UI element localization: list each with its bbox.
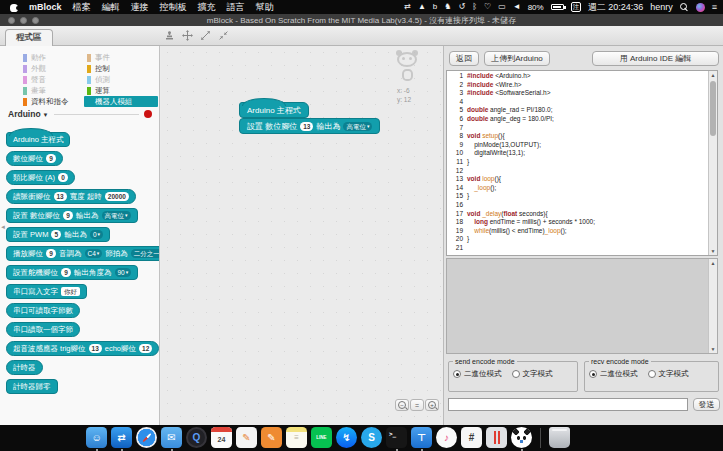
finder-icon[interactable]: ☺ — [86, 427, 107, 448]
calendar-icon[interactable]: 24 — [211, 427, 232, 448]
messenger-icon[interactable]: ↯ — [336, 427, 357, 448]
category-7[interactable]: 運算 — [84, 85, 158, 96]
terminal-icon[interactable]: >_ — [386, 427, 407, 448]
display-airplay-icon[interactable]: ▭ — [498, 2, 506, 12]
block-number-input[interactable]: 9 — [46, 154, 56, 163]
block-dropdown[interactable]: 90 — [115, 268, 132, 277]
block[interactable]: Arduino 主程式 — [239, 102, 309, 118]
radio-selected-icon[interactable] — [453, 370, 461, 378]
block[interactable]: Arduino 主程式 — [6, 132, 70, 147]
line-icon[interactable]: LINE — [311, 427, 332, 448]
recv-text-option[interactable]: 文字模式 — [648, 369, 689, 379]
block-dropdown[interactable]: 高電位 — [343, 122, 372, 131]
teamviewer-icon[interactable]: ⇄ — [111, 427, 132, 448]
heart-icon[interactable]: ♡ — [484, 2, 491, 12]
block[interactable]: 計時器 — [6, 360, 43, 375]
radio-icon[interactable] — [648, 370, 656, 378]
category-3[interactable]: 控制 — [84, 63, 158, 74]
battery-icon[interactable] — [551, 4, 564, 10]
send-binary-option[interactable]: 二進位模式 — [453, 369, 502, 379]
block-dropdown[interactable]: 高電位 — [102, 211, 131, 220]
radio-icon[interactable] — [512, 370, 520, 378]
block-text-input[interactable]: 你好 — [61, 287, 80, 296]
edit-with-ide-button[interactable]: 用 Arduino IDE 編輯 — [592, 51, 719, 66]
grow-icon[interactable] — [199, 29, 212, 42]
menu-item-5[interactable]: 語言 — [227, 1, 245, 14]
block[interactable]: 串口可讀取字節數 — [6, 303, 80, 318]
zoom-in-button[interactable]: + — [425, 399, 439, 411]
mail-icon[interactable]: ✉ — [161, 427, 182, 448]
quicktime-icon[interactable]: Q — [186, 427, 207, 448]
block-number-input[interactable]: 0 — [58, 173, 68, 182]
user-menu[interactable]: henry — [650, 2, 673, 12]
block-number-input[interactable]: 9 — [61, 268, 71, 277]
menu-item-3[interactable]: 控制板 — [160, 1, 187, 14]
menu-item-4[interactable]: 擴充 — [198, 1, 216, 14]
recv-binary-option[interactable]: 二進位模式 — [589, 369, 638, 379]
serial-message-input[interactable] — [448, 398, 688, 411]
block-dropdown[interactable]: 0 — [90, 230, 103, 239]
board-dropdown[interactable]: Arduino▼ — [8, 109, 49, 119]
spotlight-search-icon[interactable] — [680, 3, 689, 12]
move-cursor-icon[interactable] — [181, 29, 194, 42]
mblock-icon[interactable] — [511, 427, 532, 448]
block-number-input[interactable]: 12 — [139, 344, 152, 353]
triangle-drive-icon[interactable]: ▲ — [418, 2, 426, 12]
menu-item-1[interactable]: 編輯 — [102, 1, 120, 14]
block[interactable]: 串口寫入文字你好 — [6, 284, 87, 299]
block[interactable]: 計時器歸零 — [6, 379, 58, 394]
animal-status-icon[interactable]: ♞ — [444, 2, 451, 12]
block[interactable]: 超音波感應器 trig腳位13echo腳位12 — [6, 341, 159, 356]
block-number-input[interactable]: 13 — [89, 344, 102, 353]
block[interactable]: 數位腳位9 — [6, 151, 63, 166]
notes-icon[interactable]: ≡ — [286, 427, 307, 448]
block[interactable]: 設置舵機腳位9輸出角度為90 — [6, 265, 138, 280]
scrollbar-thumb[interactable] — [710, 81, 716, 136]
send-button[interactable]: 發送 — [693, 398, 720, 411]
input-method-badge[interactable]: 注 — [571, 2, 581, 12]
category-8[interactable]: 資料和指令 — [20, 96, 84, 107]
menu-clock[interactable]: 週二 20:24:36 — [588, 1, 644, 14]
itunes-icon[interactable]: ♪ — [436, 427, 457, 448]
block[interactable]: 設置 數位腳位9輸出為高電位 — [6, 208, 138, 223]
block[interactable]: 類比腳位 (A)0 — [6, 170, 75, 185]
safari-icon[interactable] — [136, 427, 157, 448]
shrink-icon[interactable] — [217, 29, 230, 42]
scroll-down-arrow[interactable]: ▼ — [709, 345, 717, 353]
tab-scripts[interactable]: 程式區 — [5, 29, 53, 46]
notification-center-icon[interactable]: ≡ — [712, 2, 717, 12]
menu-item-0[interactable]: 檔案 — [73, 1, 91, 14]
block-dropdown[interactable]: 二分之一 — [131, 249, 160, 258]
block[interactable]: 串口讀取一個字節 — [6, 322, 80, 337]
siri-icon[interactable] — [696, 3, 705, 12]
palette-collapse-arrow[interactable]: ◄ — [0, 224, 6, 230]
zoom-reset-button[interactable]: = — [410, 399, 424, 411]
block-number-input[interactable]: 13 — [300, 122, 313, 131]
block[interactable]: 設置 PWM5輸出為0 — [6, 227, 110, 242]
send-text-option[interactable]: 文字模式 — [512, 369, 553, 379]
scroll-up-arrow[interactable]: ▲ — [709, 71, 717, 79]
scroll-up-arrow[interactable]: ▲ — [709, 259, 717, 267]
teamviewer-status-icon[interactable]: ⇄ — [404, 2, 411, 12]
radio-selected-icon[interactable] — [589, 370, 597, 378]
hash-app-icon[interactable]: # — [461, 427, 482, 448]
app-menu-title[interactable]: mBlock — [29, 2, 62, 12]
textedit-icon[interactable]: ✎ — [261, 427, 282, 448]
upload-arduino-button[interactable]: 上傳到Arduino — [484, 51, 550, 66]
duplicate-stamp-icon[interactable] — [163, 29, 176, 42]
trash-icon[interactable] — [549, 427, 570, 448]
monitor-app-icon[interactable] — [486, 427, 507, 448]
zoom-out-button[interactable]: − — [395, 399, 409, 411]
scroll-down-arrow[interactable]: ▼ — [709, 247, 717, 255]
back-button[interactable]: 返回 — [449, 51, 479, 66]
menu-item-2[interactable]: 連接 — [131, 1, 149, 14]
block-number-input[interactable]: 5 — [51, 230, 61, 239]
keynote-icon[interactable]: ⊤ — [411, 427, 432, 448]
block[interactable]: 讀脈衝腳位13寬度 超時20000 — [6, 189, 136, 204]
block-number-input[interactable]: 20000 — [105, 192, 129, 201]
bitwarden-icon[interactable]: b — [433, 2, 437, 12]
apple-menu-icon[interactable] — [10, 3, 18, 12]
block[interactable]: 播放腳位9音調為C4節拍為二分之一 — [6, 246, 160, 261]
bluetooth-icon[interactable]: ᛒ — [472, 2, 477, 12]
skype-icon[interactable]: S — [361, 427, 382, 448]
